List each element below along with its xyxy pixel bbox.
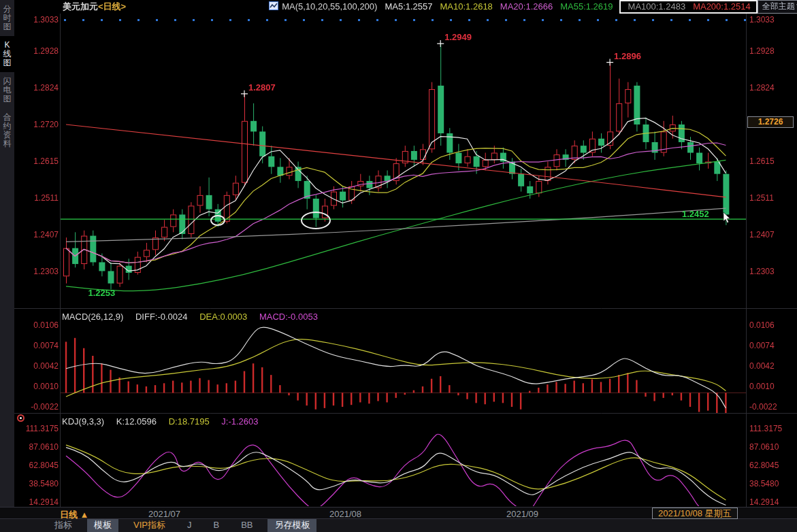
kdj-params: KDJ(9,3,3) bbox=[62, 416, 104, 427]
y-axis-tick: 1.2511 bbox=[749, 193, 793, 203]
y-axis-tick: -0.0022 bbox=[20, 402, 59, 412]
y-axis-tick: 1.2303 bbox=[749, 267, 793, 276]
y-axis-tick: 38.5480 bbox=[20, 479, 59, 488]
instrument-name: 美元加元<日线> bbox=[63, 1, 126, 13]
kdj-d-value: D:18.7195 bbox=[169, 416, 210, 427]
y-axis-tick: 1.2407 bbox=[749, 230, 793, 239]
chart-header: 美元加元<日线> MA(5,10,20,55,100,200) MA5:1.25… bbox=[15, 0, 797, 13]
y-axis-tick: 0.0106 bbox=[20, 320, 59, 330]
y-axis-tick: 111.3175 bbox=[749, 424, 793, 433]
y-axis-tick: 1.2824 bbox=[749, 83, 793, 93]
toolbar-item-j[interactable]: J bbox=[180, 520, 199, 531]
toolbar-item-template[interactable]: 模板 bbox=[87, 519, 118, 532]
ma55-value: MA55:1.2619 bbox=[560, 1, 613, 12]
y-axis-tick: 1.2928 bbox=[749, 46, 793, 56]
y-axis-tick: 38.5480 bbox=[749, 479, 793, 488]
ma20-value: MA20:1.2666 bbox=[500, 1, 553, 12]
macd-value: MACD:-0.0053 bbox=[259, 312, 318, 322]
macd-params: MACD(26,12,9) bbox=[62, 312, 123, 322]
y-axis-tick: 87.0610 bbox=[749, 442, 793, 452]
kdj-panel-header: KDJ(9,3,3) K:12.0596 D:18.7195 J:-1.2603 bbox=[62, 416, 268, 427]
ma5-value: MA5:1.2557 bbox=[385, 1, 432, 12]
price-extreme-annotation: 1.2896 bbox=[614, 51, 641, 61]
chart-mode-sidebar: 分时图 K线图 闪电图 合约资料 bbox=[0, 0, 14, 507]
y-axis-tick: 1.2615 bbox=[749, 156, 793, 166]
price-extreme-annotation: 1.2949 bbox=[444, 32, 472, 42]
y-axis-tick: 14.2914 bbox=[20, 497, 59, 507]
drawn-ellipse-annotation[interactable] bbox=[301, 212, 331, 229]
ma-settings-label: MA(5,10,20,55,100,200) bbox=[282, 1, 377, 12]
y-axis-tick: 0.0010 bbox=[20, 382, 59, 391]
sidebar-item-kline-chart[interactable]: K线图 bbox=[0, 36, 14, 72]
ma100-value: MA100:1.2483 bbox=[628, 1, 686, 12]
price-extreme-annotation: 1.2253 bbox=[88, 288, 116, 298]
bottom-toolbar: 指标 模板 VIP指标 J B BB 另存模板 bbox=[0, 519, 797, 532]
y-axis-tick: 1.2407 bbox=[20, 230, 59, 239]
kdj-j-value: J:-1.2603 bbox=[221, 416, 258, 427]
date-tick: 2021/08 bbox=[329, 509, 361, 519]
sidebar-item-time-chart[interactable]: 分时图 bbox=[0, 0, 14, 36]
ma200-value: MA200:1.2514 bbox=[693, 1, 751, 12]
trading-app-window: 分时图 K线图 闪电图 合约资料 美元加元<日线> MA(5,10,20,55,… bbox=[0, 0, 797, 532]
period-tag: <日线> bbox=[98, 1, 126, 12]
y-axis-tick: 1.3033 bbox=[20, 15, 59, 24]
current-date-label: 2021/10/08 星期五 bbox=[652, 508, 738, 519]
y-axis-tick: -0.0022 bbox=[749, 402, 793, 412]
y-axis-tick: 1.2511 bbox=[20, 193, 59, 203]
sidebar-item-contract-info[interactable]: 合约资料 bbox=[0, 108, 14, 153]
y-axis-tick: 1.2720 bbox=[20, 120, 59, 129]
y-axis-tick: 1.2824 bbox=[20, 83, 59, 93]
date-tick: 2021/09 bbox=[506, 509, 538, 519]
y-axis-tick: 87.0610 bbox=[20, 442, 59, 452]
toolbar-item-vip-indicators[interactable]: VIP指标 bbox=[127, 519, 172, 532]
kline-chart-icon bbox=[269, 1, 278, 12]
y-axis-tick: 62.8045 bbox=[20, 461, 59, 470]
sidebar-item-lightning-chart[interactable]: 闪电图 bbox=[0, 72, 14, 108]
macd-panel-header: MACD(26,12,9) DIFF:-0.0024 DEA:0.0003 MA… bbox=[62, 312, 327, 322]
last-price-marker: 1.2726 bbox=[747, 116, 794, 128]
y-axis-tick: 1.2928 bbox=[20, 46, 59, 56]
toolbar-item-b[interactable]: B bbox=[206, 520, 226, 531]
price-chart-canvas[interactable] bbox=[0, 0, 797, 532]
macd-diff-value: DIFF:-0.0024 bbox=[135, 312, 188, 322]
date-axis-row: 日线 ▲ 2021/07 2021/08 2021/09 2021/10/08 … bbox=[0, 507, 797, 519]
y-axis-tick: 1.2615 bbox=[20, 156, 59, 166]
kdj-k-value: K:12.0596 bbox=[116, 416, 157, 427]
y-axis-tick: 0.0074 bbox=[749, 341, 793, 350]
y-axis-tick: 14.2914 bbox=[749, 497, 793, 507]
y-axis-tick: 1.3033 bbox=[749, 15, 793, 24]
y-axis-tick: 0.0042 bbox=[749, 361, 793, 371]
price-extreme-annotation: 1.2807 bbox=[248, 82, 276, 93]
macd-dea-value: DEA:0.0003 bbox=[199, 312, 247, 322]
hline-price-label: 1.2452 bbox=[682, 209, 709, 219]
ma-highlight-box: MA100:1.2483 MA200:1.2514 bbox=[619, 0, 758, 14]
drawn-ellipse-annotation[interactable] bbox=[210, 215, 225, 226]
toolbar-item-bb[interactable]: BB bbox=[234, 520, 259, 531]
toolbar-item-indicators[interactable]: 指标 bbox=[48, 519, 79, 532]
y-axis-tick: 62.8045 bbox=[749, 461, 793, 470]
y-axis-tick: 0.0074 bbox=[20, 341, 59, 350]
mouse-cursor bbox=[723, 212, 732, 227]
theme-dropdown-button[interactable]: 全部主题▼ bbox=[758, 0, 797, 14]
y-axis-tick: 1.2303 bbox=[20, 267, 59, 276]
y-axis-tick: 111.3175 bbox=[20, 424, 59, 433]
y-axis-tick: 0.0010 bbox=[749, 382, 793, 391]
toolbar-item-save-template[interactable]: 另存模板 bbox=[267, 519, 316, 532]
indicator-alert-icon[interactable] bbox=[17, 414, 25, 422]
ma10-value: MA10:1.2618 bbox=[440, 1, 493, 12]
date-tick: 2021/07 bbox=[148, 509, 180, 519]
y-axis-tick: 0.0106 bbox=[749, 320, 793, 330]
y-axis-tick: 0.0042 bbox=[20, 361, 59, 371]
